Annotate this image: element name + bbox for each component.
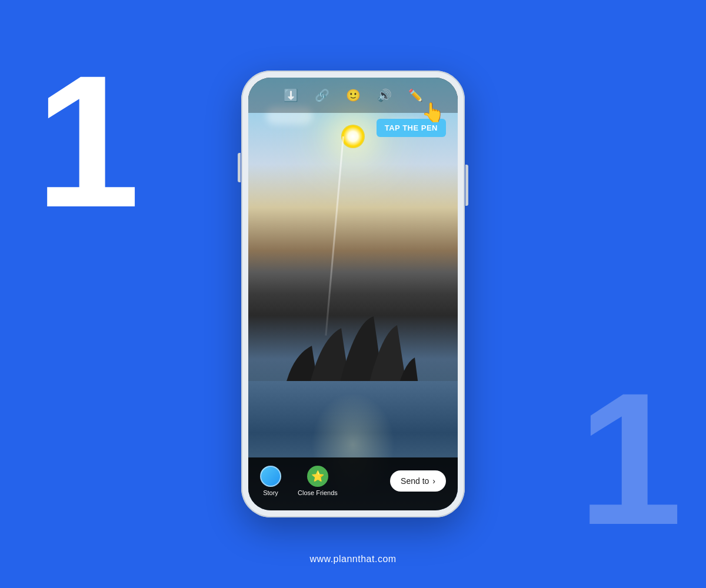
- story-label: Story: [263, 489, 278, 496]
- story-screen: TAP THE PEN 👆: [248, 78, 458, 510]
- story-option[interactable]: Story: [260, 466, 281, 496]
- story-bottom-bar: Story ⭐ Close Friends Send to ›: [248, 457, 458, 510]
- phone-frame: ⬇️ 🔗 🙂 🔊 ✏️: [241, 71, 465, 517]
- story-options: Story ⭐ Close Friends: [260, 466, 338, 496]
- face-filter-icon[interactable]: 🙂: [346, 88, 361, 102]
- download-icon[interactable]: ⬇️: [284, 88, 298, 102]
- pen-icon[interactable]: ✏️: [408, 88, 423, 102]
- light-beam: [325, 136, 345, 336]
- website-url: www.plannthat.com: [309, 554, 396, 564]
- close-friends-icon: ⭐: [307, 466, 328, 487]
- pointer-hand-emoji: 👆: [421, 101, 445, 123]
- send-to-label: Send to: [401, 476, 429, 486]
- close-friends-option[interactable]: ⭐ Close Friends: [298, 466, 338, 496]
- decorative-number-left: 1: [35, 47, 140, 235]
- phone-mockup: ⬇️ 🔗 🙂 🔊 ✏️: [241, 71, 465, 517]
- story-avatar: [260, 466, 281, 487]
- decorative-number-right: 1: [578, 365, 682, 553]
- link-icon[interactable]: 🔗: [315, 88, 329, 102]
- sun: [341, 125, 365, 148]
- send-to-arrow-icon: ›: [432, 476, 435, 486]
- send-to-button[interactable]: Send to ›: [390, 470, 446, 492]
- close-friends-label: Close Friends: [298, 489, 338, 496]
- volume-icon[interactable]: 🔊: [377, 88, 392, 102]
- phone-screen-area: ⬇️ 🔗 🙂 🔊 ✏️: [248, 78, 458, 510]
